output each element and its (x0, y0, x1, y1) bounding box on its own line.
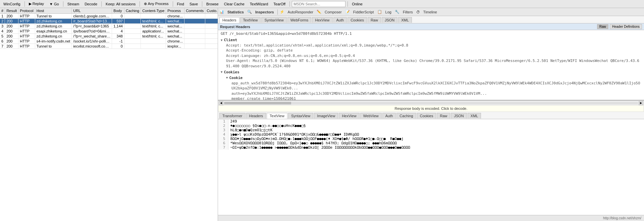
col-header-host[interactable]: Host (35, 8, 72, 14)
cookies-section-label: Cookies (224, 70, 239, 74)
table-row[interactable]: 4 200 HTTP esapi.zhiketong.cn /pv/board?… (0, 29, 218, 34)
tab-resp-textview[interactable]: TextView (267, 113, 287, 119)
timeline-icon: ⏱ (416, 10, 420, 14)
cell-url: /r_board/Stab?id=1365&a... (72, 19, 112, 24)
table-row[interactable]: 3 200 HTTP zd.zhiketong.cn /?p=r_board&i… (0, 24, 218, 29)
tab-req-json[interactable]: JSON (382, 17, 397, 23)
tab-req-hexview[interactable]: HexView (312, 17, 332, 23)
tab-resp-xml[interactable]: XML (468, 113, 481, 119)
find-button[interactable]: Find (175, 1, 186, 7)
composer-button[interactable]: Composer (323, 10, 343, 14)
tab-req-cookies[interactable]: Cookies (347, 17, 367, 23)
tab-resp-raw[interactable]: Raw (437, 113, 450, 119)
resp-line-row: 6*WesΩΩXΩVΩΩΩΩ01ΩRΩΩj ΙΩΩΩ, ΩpΩ<]●●○ ●●●… (218, 141, 644, 145)
tab-req-auth[interactable]: Auth (333, 17, 347, 23)
col-header-content-type[interactable]: Content-Type (141, 8, 166, 14)
clear-cache-button[interactable]: Clear Cache (222, 1, 247, 7)
toolbar-sep-2 (63, 1, 63, 7)
raw-button[interactable]: Raw (597, 24, 608, 29)
filters-button[interactable]: Filters (401, 10, 414, 14)
col-header-num[interactable]: # (0, 8, 5, 14)
cell-body: 597 (112, 19, 124, 24)
cell-comments (184, 24, 205, 29)
col-header-custom[interactable]: Custo... (205, 8, 218, 14)
cell-custom (205, 39, 218, 44)
stats-icon: 📊 (219, 10, 224, 14)
cell-num: 2 (0, 19, 5, 24)
hscroll-thumb[interactable] (224, 102, 291, 104)
resp-line-text: *WesΩΩXΩVΩΩΩΩ01ΩRΩΩj ΙΩΩΩ, ΩpΩ<]●●○ ●●●●… (228, 141, 644, 145)
winconfig-button[interactable]: WinConfig (1, 1, 22, 7)
hscroll-track[interactable] (224, 102, 638, 104)
browse-button[interactable]: Browse (204, 1, 221, 7)
response-notice[interactable]: Response body is encoded. Click to decod… (218, 105, 644, 112)
tab-resp-cookies[interactable]: Cookies (417, 113, 436, 119)
inspectors-button[interactable]: Inspectors (254, 10, 275, 14)
tab-req-raw[interactable]: Raw (368, 17, 381, 23)
table-row[interactable]: 2 200 HTTP zd.zhiketong.cn /r_board/Stab… (0, 19, 218, 24)
req-headers-title: Request Headers (220, 25, 250, 29)
keep-button[interactable]: Keep: All sessions (104, 1, 138, 7)
tab-resp-webview[interactable]: WebView (360, 113, 382, 119)
cookies-expand-icon[interactable]: ▼ (221, 70, 222, 74)
client-expand-icon[interactable]: ▼ (221, 39, 222, 42)
tab-resp-hexview[interactable]: HexView (339, 113, 359, 119)
col-header-url[interactable]: URL (72, 8, 112, 14)
tab-resp-auth[interactable]: Auth (382, 113, 396, 119)
col-header-comments[interactable]: Comments (184, 8, 205, 14)
col-header-body[interactable]: Body (112, 8, 124, 14)
cookie-expand-icon[interactable]: ▼ (226, 76, 228, 79)
tab-resp-imageview[interactable]: ImageView (314, 113, 338, 119)
col-header-caching[interactable]: Caching (124, 8, 141, 14)
any-process-button[interactable]: ⊕ Any Process (142, 1, 170, 7)
textwizard-button[interactable]: TextWizard (248, 1, 270, 7)
tab-resp-syntaxview[interactable]: SyntaxView (288, 113, 313, 119)
tab-req-headers[interactable]: Headers (219, 17, 239, 23)
hscroll-right-btn[interactable]: ▶ (639, 101, 643, 105)
log-icon: 📋 (377, 10, 382, 14)
cell-content-type: text/html; c... (141, 24, 166, 29)
cell-body: 0 (112, 44, 124, 49)
replay-button[interactable]: ▶ Replay (27, 1, 46, 7)
table-row[interactable]: 6 200 HTTP s4-im-notify.csdn.net /socket… (0, 39, 218, 44)
tab-req-textview[interactable]: TextView (240, 17, 261, 23)
response-content: 12492♦●○○○○○○○ §Qs●○□-n-●●○○●uHncK●●●□§3… (218, 119, 644, 215)
decode-button[interactable]: Decode (83, 1, 99, 7)
statistics-button[interactable]: Statistics (226, 10, 245, 14)
cell-content-type: application/... (141, 29, 166, 34)
table-row[interactable]: 7 200 HTTP Tunnel to iecvlist.microsoft.… (0, 44, 218, 49)
tab-req-webforms[interactable]: WebForms (287, 17, 312, 23)
msdn-search-input[interactable] (293, 2, 340, 6)
resp-line-text: χ●●>l ψ○○KsDOpzΩΩ4PCK`1?§0&Ω001*ΩKjxΩΩ□&… (228, 132, 644, 137)
cell-content-type (141, 39, 166, 44)
col-header-protocol[interactable]: Protocol (18, 8, 35, 14)
tab-req-xml[interactable]: XML (398, 17, 412, 23)
cell-body: -1 (112, 39, 124, 44)
inspector-toolbar: 📊 Statistics 🔍 Inspectors ⚡ AutoResponde… (218, 8, 644, 16)
timeline-button[interactable]: Timeline (422, 10, 438, 14)
cell-comments (184, 44, 205, 49)
tab-req-syntaxview[interactable]: SyntaxView (261, 17, 286, 23)
fiddlerscript-button[interactable]: FiddlerScript (352, 10, 375, 14)
online-button[interactable]: Online (350, 1, 365, 7)
cell-custom (205, 14, 218, 19)
tab-resp-caching[interactable]: Caching (396, 113, 416, 119)
stream-button[interactable]: Stream (65, 1, 81, 7)
header-def-button[interactable]: Header Definitions (610, 24, 642, 29)
save-button[interactable]: Save (187, 1, 200, 7)
resp-line-num: 6 (218, 141, 228, 145)
tearoff-button[interactable]: TearOff (271, 1, 287, 7)
col-header-process[interactable]: Process (166, 8, 184, 14)
table-row[interactable]: 5 200 HTTP zd.zhiketong.cn /?p=r_wechat_… (0, 34, 218, 39)
col-header-result[interactable]: Result (5, 8, 18, 14)
log-button[interactable]: Log (384, 10, 393, 14)
go-button[interactable]: ▼ Go (47, 1, 61, 7)
table-row[interactable]: 1 200 HTTP Tunnel to clients1.google.com… (0, 14, 218, 19)
tab-resp-json[interactable]: JSON (451, 113, 467, 119)
tab-resp-transformer[interactable]: Transformer (219, 113, 246, 119)
tab-resp-headers[interactable]: Headers (246, 113, 266, 119)
resp-line-num: 5 (218, 137, 228, 141)
req-line: GET /r_board/Stab?id=1365&appid=wx5d780f… (221, 31, 641, 36)
hscroll-left-btn[interactable]: ◀ (219, 101, 223, 105)
autoresponder-button[interactable]: AutoResponder (286, 10, 315, 14)
